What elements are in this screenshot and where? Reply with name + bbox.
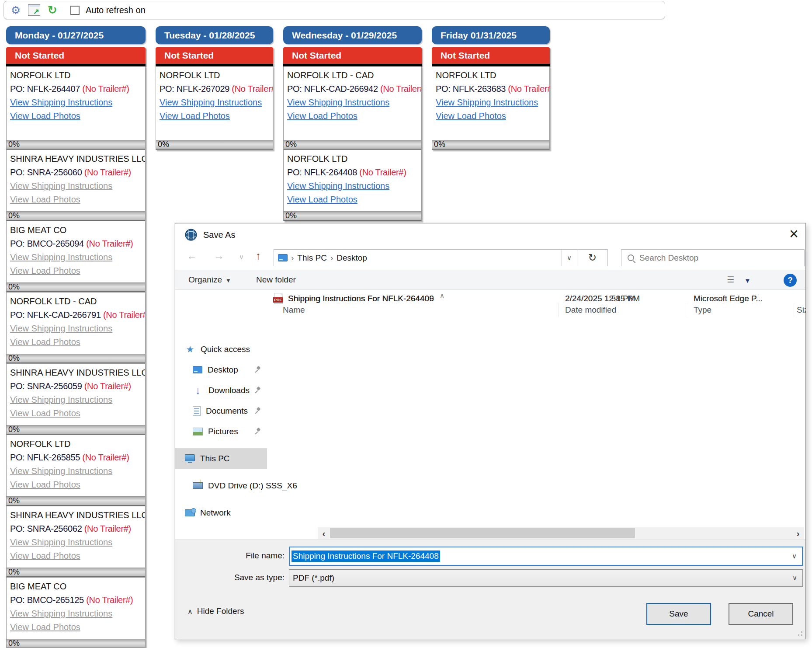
auto-refresh-label: Auto refresh on	[86, 5, 146, 15]
view-shipping-instructions-link[interactable]: View Shipping Instructions	[436, 96, 538, 109]
scrollbar-thumb[interactable]	[330, 528, 635, 538]
sidebar-item-downloads[interactable]: Downloads	[175, 380, 267, 401]
view-load-photos-link[interactable]: View Load Photos	[10, 549, 80, 563]
sidebar-item-dvd-drive[interactable]: DVD Drive (D:) SSS_X6	[175, 475, 267, 496]
change-view-icon[interactable]	[727, 275, 736, 284]
company-name: NORFOLK LTD	[436, 69, 546, 82]
progress-label: 0%	[434, 140, 445, 149]
trailer-status: (No Trailer#)	[508, 84, 550, 94]
view-load-photos-link[interactable]: View Load Photos	[10, 109, 80, 123]
desktop-icon	[278, 254, 288, 261]
view-shipping-instructions-link[interactable]: View Shipping Instructions	[10, 179, 112, 193]
search-input[interactable]	[639, 253, 784, 263]
view-shipping-instructions-link[interactable]: View Shipping Instructions	[10, 464, 112, 478]
recent-locations-chevron-icon[interactable]: ∨	[239, 253, 244, 261]
address-bar[interactable]: This PC Desktop	[274, 249, 577, 266]
horizontal-scrollbar[interactable]: ‹ ›	[318, 527, 804, 539]
sidebar-item-desktop[interactable]: Desktop	[175, 359, 267, 380]
view-shipping-instructions-link[interactable]: View Shipping Instructions	[10, 393, 112, 407]
view-shipping-instructions-link[interactable]: View Shipping Instructions	[160, 96, 262, 109]
sidebar-item-label: Desktop	[208, 365, 238, 375]
save-button[interactable]: Save	[646, 603, 711, 625]
breadcrumb-item[interactable]: This PC	[291, 253, 327, 263]
card-list: NORFOLK LTD PO: NFLK-263683 (No Trailer#…	[432, 66, 550, 150]
view-shipping-instructions-link[interactable]: View Shipping Instructions	[10, 96, 112, 109]
progress-label: 0%	[8, 496, 20, 505]
view-load-photos-link[interactable]: View Load Photos	[10, 264, 80, 278]
refresh-icon[interactable]: ↻	[46, 3, 59, 17]
scroll-right-icon[interactable]: ›	[792, 528, 804, 539]
file-row[interactable]: Shipping Instructions For NFLK-264409 2/…	[267, 290, 806, 307]
sidebar-item-quick-access[interactable]: Quick access	[175, 339, 267, 359]
trailer-status: (No Trailer#)	[232, 84, 273, 94]
pin-icon	[254, 366, 261, 373]
view-load-photos-link[interactable]: View Load Photos	[10, 620, 80, 634]
progress-bar: 0%	[7, 354, 145, 363]
company-name: BIG MEAT CO	[10, 223, 142, 237]
up-arrow-icon[interactable]: ↑	[256, 250, 261, 262]
open-window-icon[interactable]	[28, 3, 41, 17]
sidebar-item-documents[interactable]: Documents	[175, 401, 267, 421]
progress-bar: 0%	[7, 425, 145, 435]
sidebar-item-label: Documents	[206, 406, 248, 416]
po-line: PO: NFLK-264407 (No Trailer#)	[10, 82, 142, 96]
cancel-button[interactable]: Cancel	[729, 603, 793, 625]
resize-grip[interactable]	[801, 631, 802, 633]
scroll-left-icon[interactable]: ‹	[318, 528, 330, 539]
view-dropdown-icon[interactable]	[744, 277, 751, 284]
hide-folders-label: Hide Folders	[197, 606, 244, 616]
close-icon[interactable]	[789, 225, 798, 243]
network-icon	[185, 509, 195, 516]
po-number: PO: SNRA-256060	[10, 167, 82, 177]
progress-label: 0%	[8, 211, 20, 220]
view-load-photos-link[interactable]: View Load Photos	[287, 193, 357, 206]
save-as-type-dropdown-icon	[792, 574, 797, 582]
day-header: Tuesday - 01/28/2025	[156, 26, 273, 44]
po-line: PO: NFLK-267029 (No Trailer#)	[160, 82, 269, 96]
trailer-status: (No Trailer#)	[359, 167, 406, 177]
sidebar-item-this-pc[interactable]: This PC	[175, 448, 267, 469]
view-shipping-instructions-link[interactable]: View Shipping Instructions	[10, 536, 112, 549]
chevron-down-icon: ▼	[226, 277, 231, 284]
view-shipping-instructions-link[interactable]: View Shipping Instructions	[287, 179, 389, 193]
address-dropdown-icon[interactable]	[561, 250, 577, 266]
view-load-photos-link[interactable]: View Load Photos	[10, 335, 80, 349]
file-name-input[interactable]: Shipping Instructions For NFLK-264408	[289, 547, 803, 566]
auto-refresh-checkbox[interactable]	[70, 6, 80, 15]
new-folder-button[interactable]: New folder	[256, 270, 296, 290]
card-list: NORFOLK LTD PO: NFLK-267029 (No Trailer#…	[156, 66, 273, 150]
breadcrumb-item[interactable]: Desktop	[330, 253, 367, 263]
po-number: PO: NFLK-264407	[10, 84, 80, 94]
progress-label: 0%	[285, 211, 297, 220]
view-shipping-instructions-link[interactable]: View Shipping Instructions	[287, 96, 389, 109]
forward-arrow-icon[interactable]: →	[214, 250, 224, 262]
view-load-photos-link[interactable]: View Load Photos	[287, 109, 357, 123]
view-shipping-instructions-link[interactable]: View Shipping Instructions	[10, 322, 112, 335]
dialog-title: Save As	[203, 230, 235, 240]
shipment-card: BIG MEAT CO PO: BMCO-265094 (No Trailer#…	[6, 221, 146, 293]
view-shipping-instructions-link[interactable]: View Shipping Instructions	[10, 607, 112, 620]
sidebar-item-network[interactable]: Network	[175, 502, 267, 523]
refresh-button[interactable]	[577, 249, 608, 266]
po-line: PO: SNRA-256062 (No Trailer#)	[10, 522, 142, 536]
hide-folders-button[interactable]: Hide Folders	[187, 606, 244, 616]
search-box	[621, 249, 805, 266]
sidebar-item-pictures[interactable]: Pictures	[175, 421, 267, 442]
help-icon[interactable]	[784, 274, 797, 287]
save-as-type-select[interactable]: PDF (*.pdf)	[289, 569, 803, 587]
progress-bar: 0%	[7, 496, 145, 506]
view-shipping-instructions-link[interactable]: View Shipping Instructions	[10, 251, 112, 264]
progress-label: 0%	[8, 568, 20, 576]
view-load-photos-link[interactable]: View Load Photos	[160, 109, 230, 123]
back-arrow-icon[interactable]: ←	[187, 250, 197, 262]
settings-gears-icon[interactable]: ⚙	[9, 3, 22, 17]
shipment-card: SHINRA HEAVY INDUSTRIES LLC PO: SNRA-256…	[6, 506, 146, 578]
view-load-photos-link[interactable]: View Load Photos	[10, 407, 80, 420]
view-load-photos-link[interactable]: View Load Photos	[10, 193, 80, 206]
organize-button[interactable]: Organize▼	[188, 270, 231, 291]
scrollbar-track[interactable]	[330, 528, 792, 538]
view-load-photos-link[interactable]: View Load Photos	[436, 109, 506, 123]
view-load-photos-link[interactable]: View Load Photos	[10, 478, 80, 491]
progress-label: 0%	[8, 425, 20, 434]
file-name-dropdown-icon[interactable]	[792, 552, 797, 560]
